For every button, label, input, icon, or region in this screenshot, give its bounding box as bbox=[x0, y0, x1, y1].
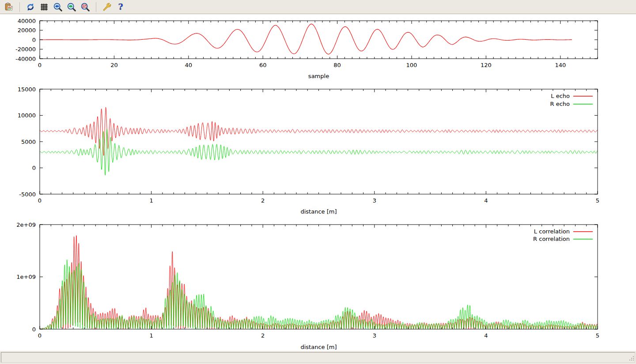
y-tick-label: 0 bbox=[32, 37, 36, 43]
x-tick-label: 140 bbox=[555, 62, 566, 68]
help-button[interactable]: ? bbox=[115, 1, 126, 13]
zoom-previous-button[interactable] bbox=[52, 1, 64, 13]
y-tick-label: 0 bbox=[32, 326, 36, 333]
y-tick-label: 1e+09 bbox=[16, 274, 36, 280]
x-tick-label: 0 bbox=[38, 197, 42, 204]
copy-to-clipboard-button[interactable] bbox=[3, 1, 15, 13]
x-tick-label: 40 bbox=[185, 62, 193, 68]
axis-ticks bbox=[40, 225, 598, 329]
gnuplot-window: { "window": { "background": "#ffffff", "… bbox=[0, 0, 636, 364]
x-axis-title: distance [m] bbox=[300, 208, 337, 215]
x-tick-label: 1 bbox=[149, 197, 153, 204]
status-field bbox=[1, 352, 635, 363]
x-axis-title: distance [m] bbox=[300, 344, 337, 350]
x-tick-label: 20 bbox=[110, 62, 118, 68]
legend-label: R echo bbox=[550, 101, 570, 107]
series-r-correlation bbox=[40, 260, 598, 329]
toolbar: ? bbox=[0, 0, 636, 14]
y-tick-label: -40000 bbox=[15, 56, 36, 62]
x-tick-label: 0 bbox=[38, 332, 42, 339]
y-tick-label: 20000 bbox=[18, 27, 36, 34]
status-bar bbox=[0, 351, 636, 364]
zoom-next-button[interactable] bbox=[66, 1, 77, 13]
wrench-icon bbox=[102, 2, 112, 12]
legend-label: L echo bbox=[551, 93, 570, 99]
y-tick-label: 2e+09 bbox=[16, 221, 36, 228]
x-tick-label: 3 bbox=[373, 197, 376, 204]
x-tick-label: 120 bbox=[481, 62, 492, 68]
replot-button[interactable] bbox=[25, 1, 36, 13]
grid-icon bbox=[39, 2, 49, 12]
axis-ticks bbox=[40, 89, 598, 194]
x-tick-label: 1 bbox=[149, 332, 153, 339]
toolbar-separator bbox=[96, 2, 96, 12]
series-excitation-chirp bbox=[40, 24, 572, 54]
y-tick-label: -5000 bbox=[19, 191, 36, 198]
y-tick-label: 5000 bbox=[21, 139, 36, 145]
x-tick-label: 2 bbox=[261, 332, 265, 339]
zoom-previous-icon bbox=[53, 2, 63, 12]
x-tick-label: 5 bbox=[596, 197, 599, 204]
zoom-next-icon bbox=[67, 2, 76, 12]
series-l-correlation bbox=[40, 236, 598, 329]
plot-frame bbox=[40, 225, 598, 329]
refresh-icon bbox=[26, 2, 35, 12]
y-tick-label: -20000 bbox=[15, 46, 36, 53]
y-tick-label: 15000 bbox=[18, 86, 36, 93]
copy-plot-icon bbox=[4, 2, 14, 12]
plot-frame bbox=[40, 89, 598, 194]
zoom-autoscale-button[interactable] bbox=[80, 1, 91, 13]
toggle-grid-button[interactable] bbox=[38, 1, 50, 13]
y-tick-label: 10000 bbox=[18, 112, 36, 119]
legend-label: L correlation bbox=[534, 228, 570, 235]
x-tick-label: 4 bbox=[484, 197, 488, 204]
x-tick-label: 0 bbox=[38, 62, 42, 68]
legend-label: R correlation bbox=[533, 236, 570, 242]
x-axis-title: sample bbox=[308, 73, 329, 79]
x-tick-label: 60 bbox=[259, 62, 267, 68]
x-tick-label: 100 bbox=[406, 62, 417, 68]
zoom-autoscale-icon bbox=[80, 2, 90, 12]
y-tick-label: 0 bbox=[32, 165, 36, 171]
help-icon: ? bbox=[116, 2, 125, 12]
toolbar-separator bbox=[19, 2, 20, 12]
series-l-echo bbox=[40, 107, 598, 155]
x-tick-label: 80 bbox=[333, 62, 341, 68]
svg-text:?: ? bbox=[118, 2, 123, 11]
series-r-echo bbox=[40, 129, 598, 176]
plot-canvas[interactable]: 02040608010012014040000200000-20000-4000… bbox=[0, 14, 636, 351]
x-tick-label: 3 bbox=[373, 332, 376, 339]
x-tick-label: 5 bbox=[596, 332, 599, 339]
plot-area: 02040608010012014040000200000-20000-4000… bbox=[0, 14, 636, 351]
resize-grip[interactable] bbox=[628, 356, 634, 362]
x-tick-label: 2 bbox=[261, 197, 265, 204]
y-tick-label: 40000 bbox=[18, 18, 36, 24]
configure-button[interactable] bbox=[101, 1, 113, 13]
x-tick-label: 4 bbox=[484, 332, 488, 339]
